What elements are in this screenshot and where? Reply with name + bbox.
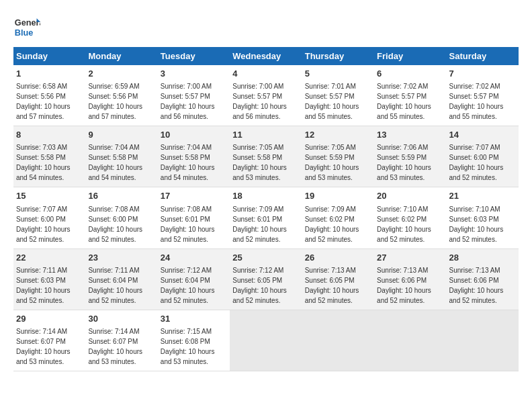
day-number: 27 (377, 252, 443, 264)
day-number: 1 (16, 68, 83, 80)
calendar-header-row: SundayMondayTuesdayWednesdayThursdayFrid… (13, 47, 519, 65)
calendar-day: 4Sunrise: 7:00 AMSunset: 5:57 PMDaylight… (230, 65, 302, 126)
calendar-day: 5Sunrise: 7:01 AMSunset: 5:57 PMDaylight… (302, 65, 374, 126)
day-info: Sunrise: 7:05 AMSunset: 5:58 PMDaylight:… (232, 144, 287, 181)
day-info: Sunrise: 7:00 AMSunset: 5:57 PMDaylight:… (232, 83, 287, 120)
day-info: Sunrise: 7:11 AMSunset: 6:04 PMDaylight:… (88, 267, 142, 304)
page-header: General Blue (13, 13, 519, 40)
day-number: 4 (232, 68, 299, 80)
day-number: 18 (232, 190, 299, 202)
day-info: Sunrise: 7:12 AMSunset: 6:05 PMDaylight:… (232, 267, 287, 304)
day-number: 10 (161, 129, 227, 141)
calendar-week-row: 29Sunrise: 7:14 AMSunset: 6:07 PMDayligh… (13, 310, 519, 371)
calendar-day: 21Sunrise: 7:10 AMSunset: 6:03 PMDayligh… (447, 187, 519, 248)
column-header-wednesday: Wednesday (230, 47, 302, 65)
day-number: 28 (449, 252, 516, 264)
day-number: 14 (449, 129, 516, 141)
column-header-monday: Monday (85, 47, 157, 65)
day-info: Sunrise: 7:07 AMSunset: 6:00 PMDaylight:… (449, 144, 504, 181)
column-header-tuesday: Tuesday (158, 47, 230, 65)
svg-text:Blue: Blue (15, 28, 34, 38)
day-info: Sunrise: 7:13 AMSunset: 6:06 PMDaylight:… (449, 267, 504, 304)
logo: General Blue (13, 13, 43, 40)
calendar-day: 12Sunrise: 7:05 AMSunset: 5:59 PMDayligh… (302, 126, 374, 187)
column-header-thursday: Thursday (302, 47, 374, 65)
column-header-sunday: Sunday (13, 47, 85, 65)
calendar-day: 19Sunrise: 7:09 AMSunset: 6:02 PMDayligh… (302, 187, 374, 248)
calendar-day: 13Sunrise: 7:06 AMSunset: 5:59 PMDayligh… (374, 126, 446, 187)
calendar-day: 30Sunrise: 7:14 AMSunset: 6:07 PMDayligh… (85, 310, 157, 371)
day-info: Sunrise: 6:59 AMSunset: 5:56 PMDaylight:… (88, 83, 142, 120)
day-number: 21 (449, 190, 516, 202)
svg-text:General: General (15, 17, 40, 28)
day-info: Sunrise: 7:13 AMSunset: 6:05 PMDaylight:… (305, 267, 359, 304)
day-number: 11 (232, 129, 299, 141)
day-info: Sunrise: 7:10 AMSunset: 6:02 PMDaylight:… (377, 205, 431, 243)
day-number: 25 (232, 252, 299, 264)
calendar-day: 11Sunrise: 7:05 AMSunset: 5:58 PMDayligh… (230, 126, 302, 187)
day-number: 30 (88, 313, 154, 325)
calendar-week-row: 1Sunrise: 6:58 AMSunset: 5:56 PMDaylight… (13, 65, 519, 126)
day-info: Sunrise: 7:02 AMSunset: 5:57 PMDaylight:… (449, 83, 504, 120)
day-info: Sunrise: 7:06 AMSunset: 5:59 PMDaylight:… (377, 144, 431, 181)
day-info: Sunrise: 7:12 AMSunset: 6:04 PMDaylight:… (161, 267, 215, 304)
calendar-day: 22Sunrise: 7:11 AMSunset: 6:03 PMDayligh… (13, 248, 85, 310)
calendar-day: 18Sunrise: 7:09 AMSunset: 6:01 PMDayligh… (230, 187, 302, 248)
day-number: 16 (88, 190, 154, 202)
calendar-day: 28Sunrise: 7:13 AMSunset: 6:06 PMDayligh… (447, 248, 519, 310)
day-number: 22 (16, 252, 83, 264)
calendar-day: 3Sunrise: 7:00 AMSunset: 5:57 PMDaylight… (158, 65, 230, 126)
day-info: Sunrise: 7:09 AMSunset: 6:01 PMDaylight:… (232, 205, 287, 243)
day-info: Sunrise: 7:00 AMSunset: 5:57 PMDaylight:… (161, 83, 215, 120)
day-info: Sunrise: 7:03 AMSunset: 5:58 PMDaylight:… (16, 144, 71, 181)
calendar-day: 2Sunrise: 6:59 AMSunset: 5:56 PMDaylight… (85, 65, 157, 126)
calendar-day: 14Sunrise: 7:07 AMSunset: 6:00 PMDayligh… (447, 126, 519, 187)
day-number: 8 (16, 129, 83, 141)
day-info: Sunrise: 6:58 AMSunset: 5:56 PMDaylight:… (16, 83, 71, 120)
day-number: 12 (305, 129, 371, 141)
day-number: 31 (161, 313, 227, 325)
calendar-week-row: 8Sunrise: 7:03 AMSunset: 5:58 PMDaylight… (13, 126, 519, 187)
column-header-saturday: Saturday (447, 47, 519, 65)
empty-cell (374, 310, 446, 371)
calendar-week-row: 22Sunrise: 7:11 AMSunset: 6:03 PMDayligh… (13, 248, 519, 310)
day-info: Sunrise: 7:05 AMSunset: 5:59 PMDaylight:… (305, 144, 359, 181)
day-info: Sunrise: 7:07 AMSunset: 6:00 PMDaylight:… (16, 205, 71, 243)
calendar-day: 16Sunrise: 7:08 AMSunset: 6:00 PMDayligh… (85, 187, 157, 248)
day-info: Sunrise: 7:08 AMSunset: 6:01 PMDaylight:… (161, 205, 215, 243)
day-number: 7 (449, 68, 516, 80)
column-header-friday: Friday (374, 47, 446, 65)
calendar-day: 31Sunrise: 7:15 AMSunset: 6:08 PMDayligh… (158, 310, 230, 371)
day-number: 20 (377, 190, 443, 202)
day-number: 29 (16, 313, 83, 325)
calendar-day: 29Sunrise: 7:14 AMSunset: 6:07 PMDayligh… (13, 310, 85, 371)
day-info: Sunrise: 7:04 AMSunset: 5:58 PMDaylight:… (161, 144, 215, 181)
logo-icon: General Blue (13, 13, 40, 40)
calendar-day: 23Sunrise: 7:11 AMSunset: 6:04 PMDayligh… (85, 248, 157, 310)
empty-cell (302, 310, 374, 371)
day-info: Sunrise: 7:09 AMSunset: 6:02 PMDaylight:… (305, 205, 359, 243)
calendar-week-row: 15Sunrise: 7:07 AMSunset: 6:00 PMDayligh… (13, 187, 519, 248)
calendar-day: 20Sunrise: 7:10 AMSunset: 6:02 PMDayligh… (374, 187, 446, 248)
day-number: 26 (305, 252, 371, 264)
calendar-day: 24Sunrise: 7:12 AMSunset: 6:04 PMDayligh… (158, 248, 230, 310)
day-number: 13 (377, 129, 443, 141)
empty-cell (230, 310, 302, 371)
day-number: 15 (16, 190, 83, 202)
calendar-day: 17Sunrise: 7:08 AMSunset: 6:01 PMDayligh… (158, 187, 230, 248)
calendar-day: 1Sunrise: 6:58 AMSunset: 5:56 PMDaylight… (13, 65, 85, 126)
day-info: Sunrise: 7:08 AMSunset: 6:00 PMDaylight:… (88, 205, 142, 243)
day-number: 6 (377, 68, 443, 80)
calendar-day: 10Sunrise: 7:04 AMSunset: 5:58 PMDayligh… (158, 126, 230, 187)
day-info: Sunrise: 7:04 AMSunset: 5:58 PMDaylight:… (88, 144, 142, 181)
calendar-day: 25Sunrise: 7:12 AMSunset: 6:05 PMDayligh… (230, 248, 302, 310)
calendar-day: 7Sunrise: 7:02 AMSunset: 5:57 PMDaylight… (447, 65, 519, 126)
day-number: 2 (88, 68, 154, 80)
day-number: 5 (305, 68, 371, 80)
day-info: Sunrise: 7:11 AMSunset: 6:03 PMDaylight:… (16, 267, 71, 304)
calendar-table: SundayMondayTuesdayWednesdayThursdayFrid… (13, 47, 519, 371)
calendar-day: 15Sunrise: 7:07 AMSunset: 6:00 PMDayligh… (13, 187, 85, 248)
day-number: 19 (305, 190, 371, 202)
calendar-day: 26Sunrise: 7:13 AMSunset: 6:05 PMDayligh… (302, 248, 374, 310)
calendar-day: 6Sunrise: 7:02 AMSunset: 5:57 PMDaylight… (374, 65, 446, 126)
